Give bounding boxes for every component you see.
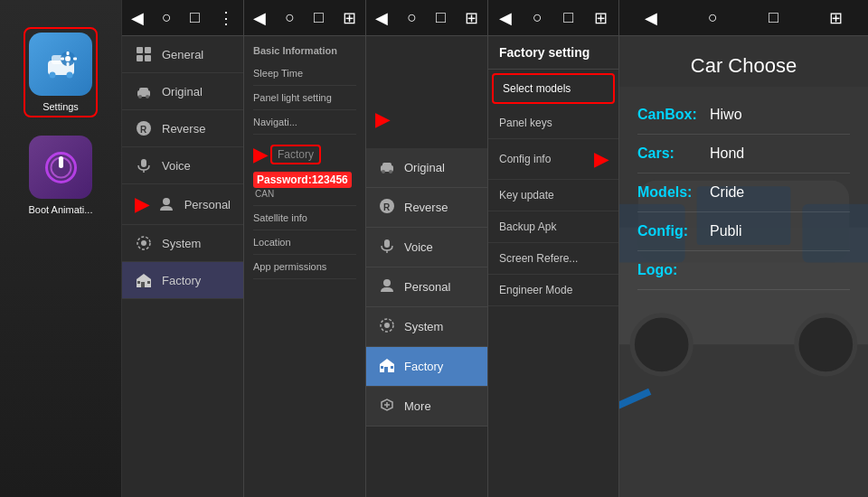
back-btn-3[interactable]: ◀ [253, 8, 266, 28]
backup-apk-label: Backup Apk [499, 220, 556, 233]
voice-label: Voice [162, 159, 191, 173]
panel2-header: ◀ ○ □ ⋮ [122, 0, 243, 36]
svg-rect-48 [391, 366, 393, 369]
svg-rect-16 [145, 55, 151, 61]
boot-app-icon [29, 136, 92, 199]
app-permissions-label: App permissions [253, 261, 326, 272]
factory-row[interactable]: ▶ Factory Password:123456 CAN [253, 135, 356, 206]
home-btn[interactable]: ○ [162, 8, 172, 27]
dropdown-personal-label: Personal [404, 280, 450, 294]
back-btn-5[interactable]: ◀ [499, 8, 512, 28]
dropdown-factory[interactable]: Factory [366, 347, 487, 387]
models-value: Cride [710, 184, 744, 201]
settings-app-label: Settings [42, 101, 79, 112]
status-icon-4: ⊞ [465, 8, 478, 28]
svg-rect-9 [73, 57, 77, 60]
settings-icon [41, 44, 81, 85]
svg-text:R: R [140, 125, 147, 135]
factory-screen-ref[interactable]: Screen Refere... [488, 243, 618, 275]
panel-light-label: Panel light setting [253, 92, 332, 103]
models-row[interactable]: Models: Cride [637, 173, 850, 212]
sleep-time-label: Sleep Time [253, 68, 303, 79]
dropdown-personal[interactable]: Personal [366, 267, 487, 307]
navigate-label: Navigati... [253, 117, 297, 127]
svg-point-42 [384, 323, 390, 328]
red-arrow-1: ▶ [135, 193, 148, 215]
boot-app[interactable]: Boot Animati... [29, 136, 93, 215]
menu-btn[interactable]: ⋮ [218, 8, 234, 28]
panel-light-row[interactable]: Panel light setting [253, 86, 356, 110]
dropdown-voice-label: Voice [404, 240, 433, 254]
factory-select-models[interactable]: Select models [492, 73, 615, 104]
recents-btn-4[interactable]: □ [436, 8, 446, 27]
menu-personal[interactable]: ▶ Personal [122, 184, 243, 225]
menu-general[interactable]: General [122, 36, 243, 73]
factory-backup-apk[interactable]: Backup Apk [488, 211, 618, 243]
config-row[interactable]: Config: Publi [637, 212, 850, 251]
canbox-value: Hiwo [710, 107, 742, 123]
settings-app[interactable]: Settings [24, 27, 98, 117]
svg-rect-14 [145, 47, 151, 53]
system-label: System [162, 237, 201, 250]
red-arrow-2: ▶ [253, 144, 267, 165]
status-icon-5: ⊞ [594, 8, 608, 28]
basic-info-content: Basic Information Sleep Time Panel light… [244, 36, 365, 288]
factory-key-update[interactable]: Key update [488, 180, 618, 211]
back-btn-4[interactable]: ◀ [375, 8, 388, 28]
recents-btn-6[interactable]: □ [769, 8, 778, 27]
select-models-label: Select models [503, 82, 571, 95]
location-row[interactable]: Location [253, 230, 356, 255]
svg-point-2 [49, 71, 55, 78]
home-btn-3[interactable]: ○ [285, 8, 295, 27]
svg-point-58 [797, 315, 855, 374]
reverse-label: Reverse [162, 122, 205, 136]
menu-system[interactable]: System [122, 225, 243, 262]
svg-point-35 [382, 170, 385, 173]
svg-rect-23 [141, 159, 146, 167]
logo-row[interactable]: Logo: [637, 251, 850, 290]
dropdown-voice-icon [379, 238, 395, 257]
password-text: Password:123456 [253, 172, 352, 188]
general-icon [135, 45, 153, 63]
home-btn-4[interactable]: ○ [407, 8, 417, 27]
svg-rect-13 [137, 47, 143, 53]
sleep-time-row[interactable]: Sleep Time [253, 61, 356, 86]
back-btn[interactable]: ◀ [131, 8, 144, 28]
dropdown-original[interactable]: Original [366, 148, 487, 188]
factory-engineer[interactable]: Engineer Mode [488, 275, 618, 306]
dropdown-original-icon [379, 158, 395, 177]
app-permissions-row[interactable]: App permissions [253, 255, 356, 279]
menu-original[interactable]: Original [122, 73, 243, 110]
home-btn-5[interactable]: ○ [533, 8, 542, 27]
dropdown-system[interactable]: System [366, 307, 487, 347]
dropdown-system-icon [379, 317, 395, 336]
back-btn-6[interactable]: ◀ [645, 8, 657, 28]
menu-voice[interactable]: Voice [122, 147, 243, 184]
home-btn-6[interactable]: ○ [708, 8, 718, 27]
recents-btn[interactable]: □ [190, 8, 200, 27]
recents-btn-5[interactable]: □ [563, 8, 573, 27]
svg-rect-18 [139, 88, 148, 92]
satellite-row[interactable]: Satellite info [253, 206, 356, 230]
panel5-header: ◀ ○ □ ⊞ [488, 0, 618, 36]
can-text: CAN [255, 189, 274, 199]
dropdown-more-icon [379, 397, 395, 416]
menu-reverse[interactable]: R Reverse [122, 110, 243, 147]
factory-config-info[interactable]: Config info ▶ [488, 139, 618, 180]
recents-btn-3[interactable]: □ [314, 8, 324, 27]
cars-value: Hond [710, 145, 744, 162]
dropdown-reverse[interactable]: R Reverse [366, 188, 487, 228]
menu-factory[interactable]: Factory [122, 262, 243, 299]
svg-marker-45 [380, 359, 394, 364]
svg-rect-31 [137, 281, 140, 284]
svg-rect-34 [382, 163, 392, 167]
basic-info-title: Basic Information [253, 45, 356, 56]
red-arrow-3: ▶ [375, 108, 496, 130]
svg-rect-30 [141, 282, 145, 287]
factory-panel-keys[interactable]: Panel keys [488, 108, 618, 139]
canbox-row[interactable]: CanBox: Hiwo [637, 96, 850, 135]
dropdown-more[interactable]: More [366, 387, 487, 427]
navigate-row[interactable]: Navigati... [253, 110, 356, 135]
cars-row[interactable]: Cars: Hond [637, 135, 850, 173]
dropdown-voice[interactable]: Voice [366, 228, 487, 267]
